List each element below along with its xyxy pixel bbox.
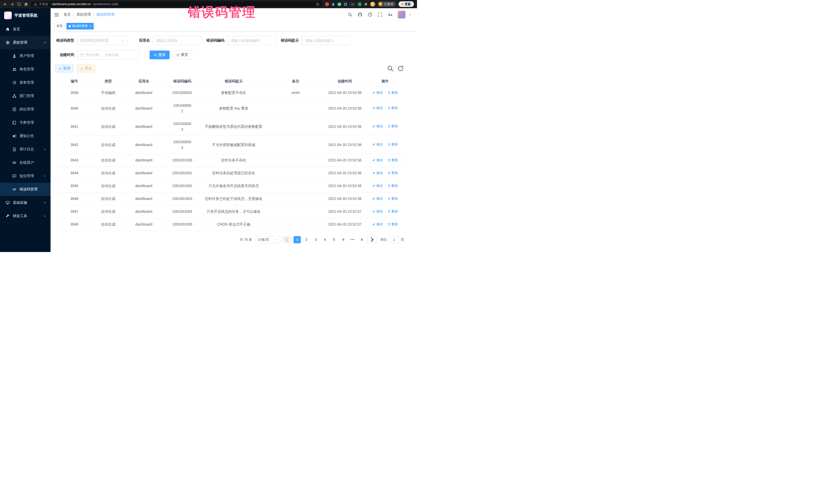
sidebar-item-infra[interactable]: 基础设施 [0,196,50,210]
prev-page-button[interactable] [282,236,291,243]
page-button-4[interactable]: 4 [321,236,328,243]
sidebar-item-home[interactable]: 首页 [0,23,50,36]
export-button[interactable]: 导出 [77,65,95,72]
app-name-input[interactable] [153,36,202,45]
edit-link[interactable]: 修改 [372,124,383,129]
delete-link[interactable]: 删除 [388,183,398,189]
error-type-select[interactable]: 请选择错误码类型 [77,36,127,45]
sidebar-item-dict[interactable]: 字典管理 [0,116,50,129]
cell-id: 3939 [55,86,94,99]
font-size-icon[interactable] [388,12,392,17]
goto-page-input[interactable] [389,236,399,243]
user-avatar[interactable] [398,11,405,19]
edit-link[interactable]: 修改 [372,90,383,95]
delete-link[interactable]: 删除 [388,124,398,129]
edit-link[interactable]: 修改 [372,157,383,163]
hamburger-icon[interactable] [54,12,59,17]
tab-错误码管理[interactable]: 错误码管理 × [66,23,94,29]
table-row: 3939 手动编辑 dashboard 1001000001 参数配置不存在 c… [55,86,404,99]
home-nav-icon[interactable] [24,2,28,6]
reset-button[interactable]: 重置 [172,50,192,59]
page-button-5[interactable]: 5 [331,236,338,243]
calendar-icon [80,53,84,57]
fullscreen-icon[interactable] [378,12,382,17]
page-button-2[interactable]: 2 [303,236,310,243]
add-button-label: 新增 [63,66,70,71]
forward-icon[interactable] [10,2,14,6]
extension-on-badge[interactable]: on [350,2,355,6]
help-icon[interactable] [368,12,372,17]
edit-link[interactable]: 修改 [372,170,383,176]
add-button[interactable]: 新增 [55,65,74,72]
page-button-1[interactable]: 1 [293,236,301,243]
page-button-8[interactable]: 8 [358,236,366,243]
reload-icon[interactable] [17,2,21,6]
sidebar-item-user[interactable]: 用户管理 [0,49,50,63]
close-icon[interactable]: × [89,24,91,28]
breadcrumb-item[interactable]: 系统管理 [76,12,91,17]
delete-link[interactable]: 删除 [388,105,398,111]
back-icon[interactable] [3,2,7,6]
edit-link[interactable]: 修改 [372,221,383,227]
breadcrumb-item[interactable]: 首页 [64,12,71,17]
cell-app: dashboard [123,86,165,99]
dict-icon [12,120,17,125]
delete-link[interactable]: 删除 [388,196,398,201]
table-row: 3941 自动生成 dashboard 1001000003 不能删除类型为系统… [55,117,404,135]
browser-profile-avatar[interactable] [370,2,375,7]
edit-link[interactable]: 修改 [372,141,383,147]
bookmark-star-icon[interactable] [316,2,320,6]
avatar-caret-icon[interactable] [408,13,411,16]
page-ellipsis[interactable]: ••• [349,236,356,243]
delete-link[interactable]: 删除 [388,141,398,147]
delete-link[interactable]: 删除 [388,90,398,95]
edit-link[interactable]: 修改 [372,209,383,214]
search-button[interactable]: 搜索 [150,50,170,59]
sidebar-item-audit[interactable]: 审计日志 [0,143,50,156]
extension-icon-3[interactable] [337,2,341,6]
next-page-button[interactable] [368,236,377,243]
paused-chip[interactable]: 已暂停 [378,1,396,7]
delete-link[interactable]: 删除 [388,170,398,176]
sidebar-item-gear[interactable]: 系统管理 [0,36,50,49]
cell-id: 3947 [55,205,94,218]
sidebar-item-sms[interactable]: 短信管理 [0,169,50,183]
page-button-3[interactable]: 3 [312,236,319,243]
extension-icon-1[interactable] [325,2,329,6]
sidebar-item-org[interactable]: 部门管理 [0,89,50,103]
extensions-pin-icon[interactable] [364,2,368,6]
online-icon [12,161,17,165]
edit-link[interactable]: 修改 [372,105,383,111]
github-icon[interactable] [358,12,363,17]
sidebar-item-online[interactable]: 在线用户 [0,156,50,169]
search-icon[interactable] [348,12,352,17]
show-search-icon-button[interactable] [387,65,394,72]
sidebar-item-role[interactable]: 角色管理 [0,63,50,76]
delete-link[interactable]: 删除 [388,157,398,163]
tab-首页[interactable]: 首页 [54,23,65,29]
extension-icon-5[interactable] [358,2,361,6]
refresh-icon-button[interactable] [397,65,404,72]
sidebar-item-post[interactable]: 岗位管理 [0,103,50,116]
sidebar-item-menu[interactable]: 菜单管理 [0,76,50,89]
extension-icon-4[interactable] [344,2,348,6]
edit-link[interactable]: 修改 [372,196,383,201]
error-msg-input[interactable] [302,36,351,45]
menu-icon [12,81,17,85]
breadcrumb-item[interactable]: 错误码管理 [96,12,114,17]
trash-icon [388,210,391,213]
date-range-picker[interactable]: 开始日期 - 结束日期 [77,50,139,60]
delete-link[interactable]: 删除 [388,221,398,227]
extension-icon-2[interactable] [331,2,335,6]
edit-link[interactable]: 修改 [372,183,383,189]
address-bar[interactable]: 不安全 dashboard.yudao.iocoder.cn /system/e… [31,1,323,7]
error-code-input[interactable] [227,36,276,45]
sidebar-item-tools[interactable]: 研发工具 [0,210,50,223]
update-button[interactable]: 更新 [398,1,414,7]
sidebar-item-megaphone[interactable]: 通知公告 [0,129,50,143]
delete-link[interactable]: 删除 [388,209,398,214]
page-button-6[interactable]: 6 [340,236,347,243]
sidebar-item-code[interactable]: 错误码管理 [0,183,50,196]
logo-row[interactable]: 芋道管理系统 [0,8,50,23]
page-size-select[interactable]: 10条/页 [256,236,280,243]
